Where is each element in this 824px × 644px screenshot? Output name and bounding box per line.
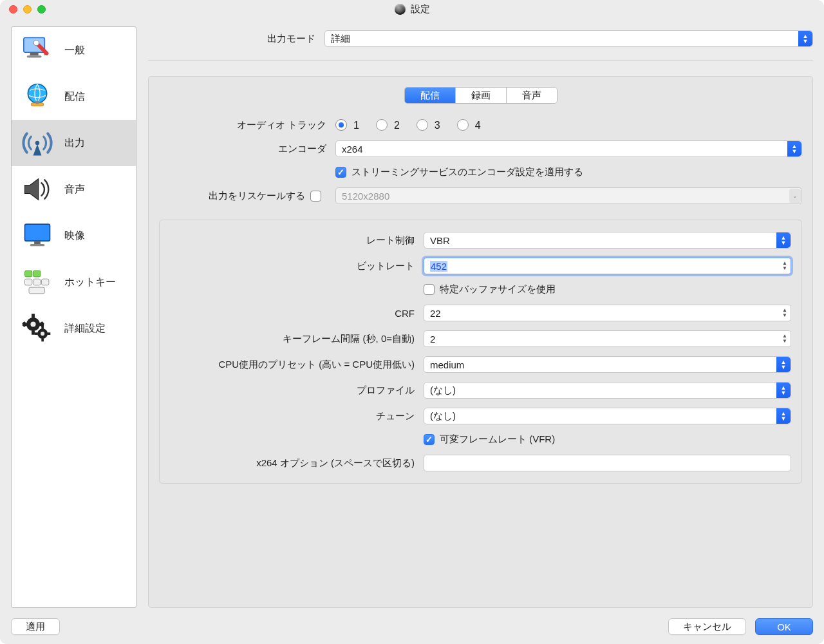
svg-rect-13 xyxy=(42,279,49,285)
sidebar-item-stream[interactable]: 配信 xyxy=(12,73,136,120)
audio-track-1-radio[interactable]: 1 xyxy=(335,120,359,131)
sidebar-item-label: 配信 xyxy=(64,90,85,104)
output-tabs: 配信 録画 音声 xyxy=(159,87,802,104)
rescale-label: 出力をリスケールする xyxy=(209,190,305,202)
profile-label: プロファイル xyxy=(170,384,415,397)
output-mode-select[interactable]: 詳細 ▲▼ xyxy=(324,30,813,47)
apply-service-settings-checkbox[interactable]: ストリーミングサービスのエンコーダ設定を適用する xyxy=(335,166,583,178)
svg-rect-2 xyxy=(27,55,42,57)
encoder-label: エンコーダ xyxy=(159,143,326,155)
svg-point-28 xyxy=(41,332,44,336)
apply-button[interactable]: 適用 xyxy=(11,618,60,635)
svg-rect-8 xyxy=(25,224,50,241)
radio-icon xyxy=(417,119,428,131)
radio-icon xyxy=(457,119,469,131)
sidebar-item-audio[interactable]: 音声 xyxy=(12,166,136,213)
keyboard-icon xyxy=(18,265,57,300)
svg-rect-1 xyxy=(30,52,39,55)
chevron-updown-icon: ▲▼ xyxy=(798,31,812,46)
keyframe-input[interactable]: 2 ▲▼ xyxy=(424,330,791,347)
maximize-window-button[interactable] xyxy=(37,5,46,14)
broadcast-icon xyxy=(18,126,57,161)
radio-icon xyxy=(335,119,347,131)
cpu-preset-select[interactable]: medium ▲▼ xyxy=(424,356,791,373)
sidebar-item-hotkeys[interactable]: ホットキー xyxy=(12,259,136,305)
output-group: 配信 録画 音声 オーディオ トラック 1 2 3 4 xyxy=(148,76,813,608)
sidebar-item-video[interactable]: 映像 xyxy=(12,213,136,259)
checkbox-icon xyxy=(335,167,346,178)
stepper-arrows-icon[interactable]: ▲▼ xyxy=(780,332,790,346)
tab-audio[interactable]: 音声 xyxy=(507,88,557,103)
stepper-arrows-icon[interactable]: ▲▼ xyxy=(780,259,790,273)
svg-rect-32 xyxy=(35,332,38,335)
rescale-checkbox[interactable] xyxy=(310,191,321,202)
encoder-value: x264 xyxy=(342,144,363,155)
sidebar-item-advanced[interactable]: 詳細設定 xyxy=(12,305,136,352)
bitrate-input[interactable]: 452 ▲▼ xyxy=(424,258,791,274)
sidebar-item-output[interactable]: 出力 xyxy=(12,120,136,166)
custom-buffer-checkbox[interactable]: 特定バッファサイズを使用 xyxy=(424,283,556,296)
output-mode-value: 詳細 xyxy=(331,33,350,45)
audio-track-3-radio[interactable]: 3 xyxy=(417,120,440,131)
audio-track-label: オーディオ トラック xyxy=(159,119,326,131)
output-mode-label: 出力モード xyxy=(148,33,315,45)
sidebar-item-label: 詳細設定 xyxy=(64,322,106,336)
tune-select[interactable]: (なし) ▲▼ xyxy=(424,408,791,424)
minimize-window-button[interactable] xyxy=(23,5,32,14)
encoder-settings-group: レート制御 VBR ▲▼ ビットレート 452 ▲▼ xyxy=(159,220,802,484)
vfr-checkbox[interactable]: 可変フレームレート (VFR) xyxy=(424,433,555,446)
settings-window: 設定 一般 配信 xyxy=(0,0,824,644)
traffic-lights xyxy=(9,5,46,14)
rate-control-label: レート制御 xyxy=(170,234,415,247)
app-icon xyxy=(395,4,406,15)
sidebar-item-general[interactable]: 一般 xyxy=(12,27,136,73)
svg-rect-9 xyxy=(34,241,41,244)
tab-stream[interactable]: 配信 xyxy=(405,88,456,103)
audio-track-radiogroup: 1 2 3 4 xyxy=(335,120,481,131)
settings-sidebar: 一般 配信 出力 音声 xyxy=(11,26,136,608)
cpu-preset-label: CPU使用のプリセット (高い = CPU使用低い) xyxy=(170,359,415,371)
audio-track-4-radio[interactable]: 4 xyxy=(457,120,481,131)
chevron-updown-icon: ▲▼ xyxy=(787,141,801,156)
chevron-down-icon: ⌄ xyxy=(789,189,801,203)
chevron-updown-icon: ▲▼ xyxy=(776,232,791,248)
svg-point-18 xyxy=(30,321,35,327)
speaker-icon xyxy=(18,172,57,207)
encoder-select[interactable]: x264 ▲▼ xyxy=(335,140,802,157)
sidebar-item-label: 一般 xyxy=(64,44,85,57)
rate-control-select[interactable]: VBR ▲▼ xyxy=(424,232,791,249)
general-icon xyxy=(18,33,57,68)
svg-rect-6 xyxy=(36,101,39,104)
svg-point-3 xyxy=(33,41,39,46)
tune-label: チューン xyxy=(170,410,415,422)
audio-track-2-radio[interactable]: 2 xyxy=(376,120,400,131)
sidebar-item-label: 音声 xyxy=(64,183,85,196)
monitor-icon xyxy=(18,218,57,254)
keyframe-label: キーフレーム間隔 (秒, 0=自動) xyxy=(170,333,415,345)
svg-rect-20 xyxy=(32,330,35,335)
rescale-select: 5120x2880 ⌄ xyxy=(335,187,802,204)
chevron-updown-icon: ▲▼ xyxy=(776,357,791,372)
gear-icon xyxy=(18,311,57,346)
svg-rect-29 xyxy=(41,326,44,329)
checkbox-icon xyxy=(424,284,435,295)
profile-select[interactable]: (なし) ▲▼ xyxy=(424,382,791,399)
cancel-button[interactable]: キャンセル xyxy=(668,618,746,635)
svg-rect-12 xyxy=(33,279,41,285)
x264opts-input[interactable] xyxy=(424,455,791,471)
bitrate-label: ビットレート xyxy=(170,260,415,272)
crf-input[interactable]: 22 ▲▼ xyxy=(424,305,791,321)
close-window-button[interactable] xyxy=(9,5,17,14)
svg-rect-14 xyxy=(25,270,32,277)
sidebar-item-label: ホットキー xyxy=(64,276,116,289)
x264opts-label: x264 オプション (スペースで区切る) xyxy=(170,457,415,469)
tab-record[interactable]: 録画 xyxy=(456,88,507,103)
svg-rect-30 xyxy=(41,338,44,341)
ok-button[interactable]: OK xyxy=(755,618,813,635)
sidebar-item-label: 出力 xyxy=(64,137,85,150)
stepper-arrows-icon[interactable]: ▲▼ xyxy=(780,306,790,320)
window-title: 設定 xyxy=(411,3,430,15)
checkbox-icon xyxy=(424,434,435,445)
svg-rect-19 xyxy=(32,314,35,318)
crf-label: CRF xyxy=(170,308,415,319)
